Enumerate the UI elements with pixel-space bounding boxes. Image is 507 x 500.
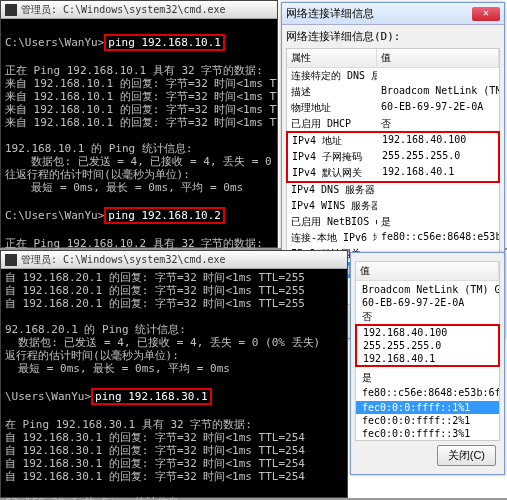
- cmd-window-1[interactable]: 管理员: C:\Windows\system32\cmd.exe C:\User…: [0, 0, 278, 248]
- table-row: IPv4 默认网关192.168.40.1: [288, 165, 498, 181]
- table-row: 连接特定的 DNS 后缀: [287, 68, 499, 84]
- table-row: 物理地址60-EB-69-97-2E-0A: [287, 100, 499, 116]
- table-row: 255.255.255.0: [357, 339, 498, 352]
- col-value: 值: [377, 49, 499, 67]
- ping-cmd-2: ping 192.168.10.2: [104, 207, 225, 224]
- table-row: 连接-本地 IPv6 地址fe80::c56e:8648:e53b:6fb%14: [287, 230, 499, 246]
- console-2[interactable]: 自 192.168.20.1 的回复: 字节=32 时间<1ms TTL=255…: [1, 269, 347, 500]
- dialog-titlebar: 网络连接详细信息 ✕: [282, 3, 504, 25]
- table-row: IPv4 地址192.168.40.100: [288, 133, 498, 149]
- table-row: 否: [356, 309, 499, 325]
- table-row: 192.168.40.1: [357, 352, 498, 365]
- table-row: 已启用 DHCP否: [287, 116, 499, 132]
- cmd-titlebar: 管理员: C:\Windows\system32\cmd.exe: [1, 251, 347, 269]
- table-row: IPv4 DNS 服务器: [287, 182, 499, 198]
- cmd-icon: [5, 4, 17, 16]
- cmd-window-2[interactable]: 管理员: C:\Windows\system32\cmd.exe 自 192.1…: [0, 250, 348, 498]
- table-row: 192.168.40.100: [357, 326, 498, 339]
- table-row: IPv4 WINS 服务器: [287, 198, 499, 214]
- table-row: fe80::c56e:8648:e53b:6fb%14: [356, 386, 499, 399]
- ping-cmd-3: ping 192.168.30.1: [91, 388, 212, 405]
- table-row: 已启用 NetBIOS ove...是: [287, 214, 499, 230]
- table-row: IPv4 子网掩码255.255.255.0: [288, 149, 498, 165]
- cmd-title: 管理员: C:\Windows\system32\cmd.exe: [21, 3, 226, 17]
- cmd-icon: [5, 254, 17, 266]
- col-property: 属性: [287, 49, 377, 67]
- table-row: fec0:0:0:ffff::2%1: [356, 414, 499, 427]
- table-row: fec0:0:0:ffff::3%1: [356, 427, 499, 440]
- cmd-titlebar: 管理员: C:\Windows\system32\cmd.exe: [1, 1, 277, 19]
- network-details-dialog-2[interactable]: 值 Broadcom NetLink (TM) Gigabit Et 60-EB…: [350, 252, 505, 475]
- cmd-title: 管理员: C:\Windows\system32\cmd.exe: [21, 253, 226, 267]
- highlighted-ipv4-group: IPv4 地址192.168.40.100 IPv4 子网掩码255.255.2…: [286, 131, 500, 183]
- dialog-label: 网络连接详细信息(D):: [286, 29, 500, 44]
- table-row-selected: fec0:0:0:ffff::1%1: [356, 401, 499, 414]
- close-button[interactable]: 关闭(C): [437, 445, 496, 466]
- table-row: Broadcom NetLink (TM) Gigabit Et: [356, 283, 499, 296]
- ping-cmd-1: ping 192.168.10.1: [104, 34, 225, 51]
- table-row: 是: [356, 370, 499, 386]
- table-row: 60-EB-69-97-2E-0A: [356, 296, 499, 309]
- close-icon[interactable]: ✕: [472, 7, 500, 21]
- table-row: 描述Broadcom NetLink (TM) Gigabit Et: [287, 84, 499, 100]
- properties-table-2: 值 Broadcom NetLink (TM) Gigabit Et 60-EB…: [355, 261, 500, 441]
- highlighted-ipv4-group-2: 192.168.40.100 255.255.255.0 192.168.40.…: [355, 324, 500, 367]
